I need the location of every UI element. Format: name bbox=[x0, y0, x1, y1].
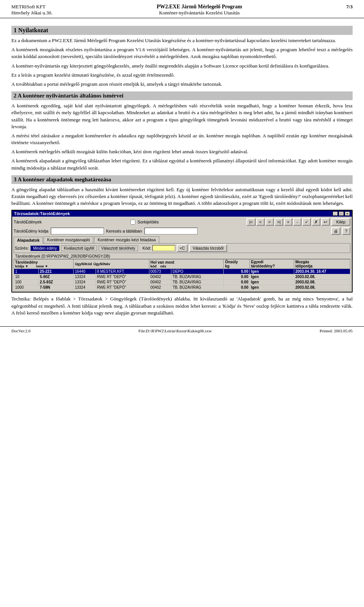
kod-input[interactable] bbox=[51, 228, 104, 234]
ui-table-body: 1 25-221 16440 8 MESTER.KFT. 00573 DEPO … bbox=[14, 269, 350, 290]
cell-mozgas: 2003.02.08. bbox=[294, 274, 350, 280]
footer-left: DocVer:2.0 bbox=[11, 329, 30, 333]
kod-filter-input[interactable] bbox=[152, 245, 175, 251]
ui-path-bar: Tárolóedények (D:\R\PW2\PW2_2063\DBF\GON… bbox=[14, 254, 350, 259]
section2-p3: A konténerek mérlegelés nélküli mozgását… bbox=[11, 148, 353, 155]
valasztas-button[interactable]: Választás törzsből bbox=[189, 244, 227, 252]
szures-label: Szűrés: bbox=[15, 246, 29, 250]
maximize-button[interactable]: □ bbox=[339, 211, 344, 216]
cell-kod: 100 bbox=[14, 280, 39, 285]
section2-p1: A konténerek egyedileg, saját kód alatt … bbox=[11, 102, 353, 130]
kod-label: TárolóEdény kódja bbox=[14, 229, 49, 233]
cell-suly: 0.00 bbox=[224, 285, 250, 290]
cell-kod: 1 bbox=[14, 269, 39, 274]
cell-ugyfnev: RWE RT "DEPÓ" bbox=[96, 274, 149, 280]
sorkijeloles-label: Sorkijelölés bbox=[138, 220, 159, 224]
tab-mozgasnaplo[interactable]: Konténer mozgásnapló bbox=[44, 236, 93, 243]
cell-suly: 0.00 bbox=[224, 280, 250, 285]
filter-hely[interactable]: Választott tárolóhely bbox=[99, 245, 138, 251]
th-taroloed[interactable]: Tárolóedény kódja ▼neve ▼ bbox=[14, 259, 74, 269]
cell-hkod: 00402 bbox=[149, 285, 171, 290]
kod-filter-label: Kód: bbox=[143, 246, 151, 250]
header-center: PW2.EXE Jármű Mérlegelő Program Konténer… bbox=[157, 4, 242, 16]
cell-egyedi: Igen bbox=[249, 269, 294, 274]
th-mozgas: Mozgásidőpontja bbox=[294, 259, 350, 269]
table-row: 1 25-221 16440 8 MESTER.KFT. 00573 DEPO … bbox=[14, 269, 350, 274]
cell-hnev: TB. BÚZAVIRÁG bbox=[171, 285, 224, 290]
kilep-button[interactable]: Kilép bbox=[331, 218, 350, 226]
sorkijeloles-checkbox[interactable] bbox=[130, 220, 135, 225]
cell-egyedi: Igen bbox=[249, 285, 294, 290]
cell-ugyfkod: 16440 bbox=[74, 269, 96, 274]
company-name: METRISoft KFT bbox=[11, 4, 52, 10]
page-header: METRISoft KFT Hmvhely Jókai u.30. PW2.EX… bbox=[0, 0, 364, 18]
cell-ugyfkod: 13324 bbox=[74, 280, 96, 285]
th-sulykg: Önsúlykg bbox=[224, 259, 250, 269]
print-button[interactable]: 🖨 bbox=[331, 227, 340, 235]
table-row: 1000 7-59N 13324 RWE RT "DEPÓ" 00402 TB.… bbox=[14, 285, 350, 290]
nav-undo-button[interactable]: ↩ bbox=[321, 218, 330, 226]
cell-ugyfnev: RWE RT "DEPÓ" bbox=[96, 280, 149, 285]
cell-egyedi: Igen bbox=[249, 280, 294, 285]
cell-kod: 1000 bbox=[14, 285, 39, 290]
ui-table-wrapper: Tárolóedény kódja ▼neve ▼ ÜgyfélKódÜgyfé… bbox=[14, 259, 350, 290]
section3-heading: 3 A konténer alapadatok meghatározása bbox=[11, 175, 353, 184]
footer-center: File:D:\R\PW2\Leirás\Kezut\Kukieg06.sxw bbox=[138, 329, 212, 333]
cell-ugyfnev: RWE RT "DEPÓ" bbox=[96, 285, 149, 290]
cell-hnev: TB. BÚZAVIRÁG bbox=[171, 274, 224, 280]
cell-neve: 5-90Z bbox=[39, 274, 74, 280]
section1-p2: A konténerek mozgásának részletes nyilvá… bbox=[11, 46, 353, 60]
cell-mozgas: 2003.04.30. 16:47 bbox=[294, 269, 350, 274]
cell-neve: 25-221 bbox=[39, 269, 74, 274]
minimize-button[interactable]: _ bbox=[333, 211, 338, 216]
doc-subtitle: Konténer-nyilvántartás Kezelési Utasítás bbox=[157, 10, 242, 16]
page-number: 7/3 bbox=[346, 4, 353, 10]
tab-kezi[interactable]: Konténer mozgás kézi feladása bbox=[94, 236, 159, 243]
cell-egyedi: Igen bbox=[249, 274, 294, 280]
kereses-label: Keresés a táblában bbox=[106, 229, 142, 233]
section1-heading: 1 Nyilatkozat bbox=[11, 26, 353, 35]
cell-hkod: 00402 bbox=[149, 280, 171, 285]
ui-body: TárolóEdények Sorkijelölés |< < > >| + -… bbox=[12, 217, 352, 292]
nav-ok-button[interactable]: ✓ bbox=[302, 218, 311, 226]
cell-mozgas: 2003.02.08. bbox=[294, 285, 350, 290]
ui-tabs: Alapadatok Konténer mozgásnapló Konténer… bbox=[14, 236, 350, 243]
ui-table: Tárolóedény kódja ▼neve ▼ ÜgyfélKódÜgyfé… bbox=[14, 259, 350, 290]
cell-hkod: 00573 bbox=[149, 269, 171, 274]
ui-toolbar-row1: TárolóEdények Sorkijelölés |< < > >| + -… bbox=[14, 218, 350, 226]
help-button[interactable]: ? bbox=[342, 227, 350, 235]
kereses-input[interactable] bbox=[144, 228, 198, 234]
table-row: 10 5-90Z 13324 RWE RT "DEPÓ" 00402 TB. B… bbox=[14, 274, 350, 280]
header-left: METRISoft KFT Hmvhely Jókai u.30. bbox=[11, 4, 52, 16]
ui-window: Törzsadatok:TárolóEdények _ □ × TárolóEd… bbox=[11, 210, 353, 292]
th-egyedi: Egyeditárolóedény? bbox=[249, 259, 294, 269]
ui-titlebar-text: Törzsadatok:TárolóEdények bbox=[14, 211, 70, 216]
tab-alapadatok[interactable]: Alapadatok bbox=[14, 237, 43, 244]
nav-first-button[interactable]: |< bbox=[246, 218, 255, 226]
cell-ugyfnev: 8 MESTER.KFT. bbox=[96, 269, 149, 274]
taroloed-label: TárolóEdények bbox=[14, 220, 42, 224]
nav-add-button[interactable]: + bbox=[284, 218, 292, 226]
ui-toolbar-row2: TárolóEdény kódja Keresés a táblában 🖨 ? bbox=[14, 227, 350, 235]
th-holvanmost[interactable]: Hol van most kódnév bbox=[149, 259, 224, 269]
section1-p4: Ez a leírás a program kezelési útmutató … bbox=[11, 72, 353, 79]
nav-next-button[interactable]: > bbox=[265, 218, 274, 226]
table-header-row: Tárolóedény kódja ▼neve ▼ ÜgyfélKódÜgyfé… bbox=[14, 259, 350, 269]
section2-p2: A mérési tétel zárásakor a megadott kont… bbox=[11, 132, 353, 146]
filter-ugyfél[interactable]: Kiválasztott ügyfél bbox=[61, 245, 97, 251]
nav-prev-button[interactable]: < bbox=[256, 218, 265, 226]
clear-c-button[interactable]: <C bbox=[177, 244, 187, 252]
nav-cancel-button[interactable]: ✗ bbox=[312, 218, 320, 226]
cell-neve: 2.5-93Z bbox=[39, 280, 74, 285]
ui-titlebar-buttons[interactable]: _ □ × bbox=[333, 211, 350, 216]
section2-heading: 2 A konténer nyilvántartás általános ism… bbox=[11, 91, 353, 100]
nav-last-button[interactable]: >| bbox=[275, 218, 283, 226]
ui-titlebar: Törzsadatok:TárolóEdények _ □ × bbox=[12, 211, 352, 217]
nav-del-button[interactable]: - bbox=[293, 218, 301, 226]
close-button[interactable]: × bbox=[345, 211, 350, 216]
cell-hkod: 00402 bbox=[149, 274, 171, 280]
th-ugyfél[interactable]: ÜgyfélKódÜgyfélNév bbox=[74, 259, 149, 269]
filter-minden[interactable]: Minden edény bbox=[30, 245, 60, 251]
page-content: 1 Nyilatkozat Ez a dokumentum a PW2.EXE … bbox=[0, 18, 364, 322]
cell-ugyfkod: 13324 bbox=[74, 274, 96, 280]
